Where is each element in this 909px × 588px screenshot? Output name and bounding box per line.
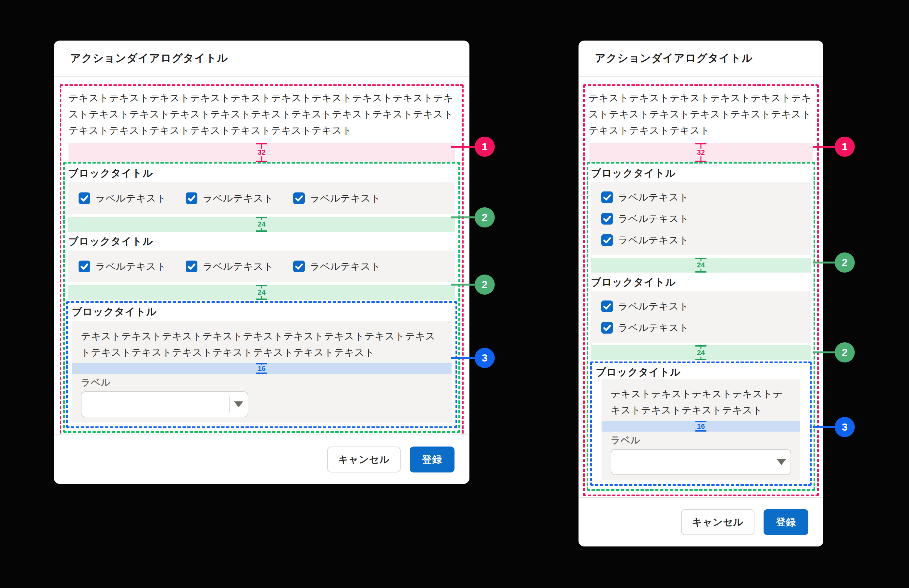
spacing-ruler-16: 16	[255, 363, 268, 374]
checkbox-item[interactable]: ラベルテキスト	[186, 260, 273, 273]
spacing-bar-24: 24	[591, 345, 811, 360]
submit-button[interactable]: 登録	[763, 509, 808, 535]
spacing-value-24: 24	[696, 349, 705, 357]
badge-2: 2	[835, 252, 855, 273]
action-dialog-mobile: アクションダイアログタイトル テキストテキストテキストテキストテキストテキストテ…	[579, 40, 823, 546]
dialog-title: アクションダイアログタイトル	[70, 51, 228, 66]
spacing-bar-24: 24	[68, 285, 455, 300]
annotation-box-dialog-padding: テキストテキストテキストテキストテキストテキストテキストテキストテキストテキスト…	[583, 84, 819, 496]
badge-3: 3	[475, 348, 495, 368]
ruler-cap-top	[695, 345, 707, 347]
checkbox-checked-icon[interactable]	[601, 300, 613, 312]
submit-button[interactable]: 登録	[410, 446, 454, 472]
checkbox-label: ラベルテキスト	[310, 192, 381, 205]
chevron-down-icon[interactable]	[777, 459, 786, 465]
spacing-value-32: 32	[696, 149, 705, 157]
form-description-text: テキストテキストテキストテキストテキストテキストテキストテキストテキストテキスト…	[81, 328, 443, 360]
spacing-ruler-24: 24	[694, 258, 707, 273]
ruler-cap-bottom	[256, 230, 267, 232]
badge-connector	[813, 426, 838, 428]
checkbox-item[interactable]: ラベルテキスト	[293, 192, 381, 205]
form-description-text: テキストテキストテキストテキストテキストテキストテキストテキスト	[611, 386, 791, 418]
checkbox-group-2: ラベルテキスト ラベルテキスト ラベルテキスト	[68, 250, 455, 282]
checkbox-item[interactable]: ラベルテキスト	[601, 187, 801, 207]
ruler-cap-bottom	[256, 161, 267, 162]
checkbox-item[interactable]: ラベルテキスト	[293, 260, 381, 273]
checkbox-item[interactable]: ラベルテキスト	[79, 192, 166, 205]
checkbox-label: ラベルテキスト	[618, 300, 689, 313]
checkbox-checked-icon[interactable]	[601, 234, 613, 246]
spacing-bar-16: 16	[602, 421, 800, 431]
spacing-bar-16: 16	[72, 363, 451, 374]
checkbox-checked-icon[interactable]	[293, 260, 305, 272]
checkbox-label: ラベルテキスト	[202, 260, 273, 273]
spacing-value-24: 24	[257, 289, 266, 296]
block-title-3: ブロックタイトル	[596, 366, 806, 379]
checkbox-checked-icon[interactable]	[601, 213, 613, 225]
checkbox-item[interactable]: ラベルテキスト	[79, 260, 166, 273]
select-input[interactable]	[611, 449, 791, 475]
checkbox-label: ラベルテキスト	[95, 260, 166, 273]
checkbox-checked-icon[interactable]	[79, 260, 90, 272]
checkbox-label: ラベルテキスト	[618, 212, 689, 226]
checkbox-checked-icon[interactable]	[601, 322, 613, 334]
block-title-2: ブロックタイトル	[68, 235, 455, 248]
checkbox-checked-icon[interactable]	[79, 192, 90, 204]
spacing-value-24: 24	[257, 220, 266, 228]
form-panel: テキストテキストテキストテキストテキストテキストテキストテキストテキストテキスト…	[72, 321, 451, 423]
ruler-cap-top	[256, 143, 267, 144]
spacing-ruler-24: 24	[255, 217, 268, 232]
annotation-box-inner-spacing: ブロックタイトル テキストテキストテキストテキストテキストテキストテキストテキス…	[66, 301, 457, 428]
action-dialog-desktop: アクションダイアログタイトル テキストテキストテキストテキストテキストテキストテ…	[54, 40, 469, 484]
badge-2: 2	[835, 342, 855, 362]
badge-connector	[813, 146, 838, 148]
ruler-cap-bottom	[256, 299, 267, 300]
checkbox-label: ラベルテキスト	[310, 260, 381, 273]
ruler-cap-bottom	[695, 430, 707, 431]
checkbox-label: ラベルテキスト	[618, 234, 689, 247]
spacing-ruler-24: 24	[694, 345, 707, 360]
ruler-cap-top	[695, 143, 707, 144]
dialog-header: アクションダイアログタイトル	[579, 40, 823, 77]
badge-connector	[451, 357, 477, 359]
spacing-value-16: 16	[257, 365, 266, 373]
select-divider	[772, 454, 772, 470]
checkbox-checked-icon[interactable]	[186, 260, 197, 272]
ruler-cap-top	[256, 217, 267, 218]
spacing-bar-32: 32	[68, 143, 455, 162]
block-title-1: ブロックタイトル	[591, 167, 811, 180]
field-label: ラベル	[611, 434, 791, 446]
checkbox-item[interactable]: ラベルテキスト	[601, 209, 801, 228]
spacing-ruler-24: 24	[255, 285, 268, 300]
ruler-cap-bottom	[695, 271, 707, 273]
spacing-ruler-32: 32	[255, 143, 268, 162]
checkbox-checked-icon[interactable]	[293, 192, 305, 204]
badge-1: 1	[835, 137, 855, 157]
checkbox-label: ラベルテキスト	[618, 191, 689, 204]
badge-connector	[451, 146, 477, 148]
chevron-down-icon[interactable]	[234, 401, 243, 407]
checkbox-item[interactable]: ラベルテキスト	[601, 297, 801, 316]
checkbox-item[interactable]: ラベルテキスト	[601, 318, 801, 338]
dialog-body-text: テキストテキストテキストテキストテキストテキストテキストテキストテキストテキスト…	[589, 90, 813, 139]
checkbox-checked-icon[interactable]	[601, 191, 613, 203]
checkbox-item[interactable]: ラベルテキスト	[601, 230, 801, 250]
checkbox-checked-icon[interactable]	[186, 192, 197, 204]
badge-2: 2	[475, 207, 495, 228]
annotation-box-block-spacing: ブロックタイトル ラベルテキスト ラベルテキスト ラベルテキスト	[63, 162, 460, 433]
checkbox-item[interactable]: ラベルテキスト	[186, 192, 273, 205]
spacing-ruler-16: 16	[694, 421, 707, 431]
badge-3: 3	[835, 417, 855, 437]
ruler-cap-top	[256, 285, 267, 286]
dialog-footer: キャンセル 登録	[54, 435, 469, 484]
dialog-footer: キャンセル 登録	[579, 497, 823, 546]
spacing-value-24: 24	[696, 261, 705, 269]
dialog-body-text: テキストテキストテキストテキストテキストテキストテキストテキストテキストテキスト…	[68, 90, 455, 139]
cancel-button[interactable]: キャンセル	[681, 509, 754, 535]
cancel-button[interactable]: キャンセル	[327, 446, 401, 472]
ruler-cap-bottom	[695, 359, 707, 360]
select-input[interactable]	[81, 391, 248, 417]
block-title-3: ブロックタイトル	[72, 305, 451, 318]
annotation-box-inner-spacing: ブロックタイトル テキストテキストテキストテキストテキストテキストテキストテキス…	[590, 362, 812, 486]
block-title-2: ブロックタイトル	[591, 276, 811, 289]
